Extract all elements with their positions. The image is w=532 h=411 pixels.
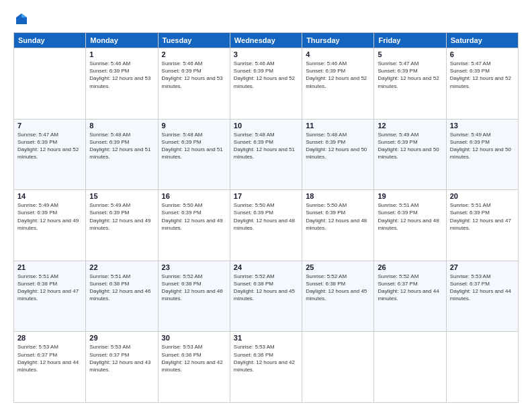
day-number: 10 <box>234 122 298 130</box>
day-info: Sunrise: 5:49 AM Sunset: 6:39 PM Dayligh… <box>89 201 154 232</box>
day-number: 3 <box>234 50 298 58</box>
day-info: Sunrise: 5:51 AM Sunset: 6:38 PM Dayligh… <box>89 273 154 303</box>
day-number: 1 <box>89 50 154 58</box>
day-info: Sunrise: 5:47 AM Sunset: 6:39 PM Dayligh… <box>17 131 82 161</box>
day-info: Sunrise: 5:47 AM Sunset: 6:39 PM Dayligh… <box>378 60 442 90</box>
day-info: Sunrise: 5:46 AM Sunset: 6:39 PM Dayligh… <box>89 60 154 90</box>
calendar-cell <box>374 332 446 403</box>
calendar-cell <box>14 48 86 120</box>
day-number: 21 <box>17 263 82 271</box>
weekday-header-monday: Monday <box>86 33 158 48</box>
day-number: 2 <box>162 50 226 58</box>
day-number: 15 <box>89 192 154 200</box>
week-row-2: 7Sunrise: 5:47 AM Sunset: 6:39 PM Daylig… <box>14 119 519 190</box>
day-info: Sunrise: 5:51 AM Sunset: 6:39 PM Dayligh… <box>378 201 442 232</box>
calendar-cell: 23Sunrise: 5:52 AM Sunset: 6:38 PM Dayli… <box>158 261 230 332</box>
day-info: Sunrise: 5:50 AM Sunset: 6:39 PM Dayligh… <box>162 201 226 232</box>
day-number: 6 <box>450 50 515 58</box>
day-number: 11 <box>306 122 370 130</box>
day-number: 14 <box>17 192 82 200</box>
day-number: 24 <box>234 263 298 271</box>
calendar-cell: 12Sunrise: 5:49 AM Sunset: 6:39 PM Dayli… <box>374 119 446 190</box>
calendar-cell: 30Sunrise: 5:53 AM Sunset: 6:36 PM Dayli… <box>158 332 230 403</box>
weekday-header-thursday: Thursday <box>302 33 374 48</box>
day-number: 29 <box>89 334 154 342</box>
calendar-cell: 16Sunrise: 5:50 AM Sunset: 6:39 PM Dayli… <box>158 190 230 261</box>
day-number: 17 <box>234 192 298 200</box>
day-info: Sunrise: 5:52 AM Sunset: 6:38 PM Dayligh… <box>306 273 370 303</box>
day-number: 25 <box>306 263 370 271</box>
week-row-3: 14Sunrise: 5:49 AM Sunset: 6:39 PM Dayli… <box>14 190 519 261</box>
weekday-header-sunday: Sunday <box>14 33 86 48</box>
day-number: 22 <box>89 263 154 271</box>
calendar-cell: 18Sunrise: 5:50 AM Sunset: 6:39 PM Dayli… <box>302 190 374 261</box>
calendar-table: SundayMondayTuesdayWednesdayThursdayFrid… <box>13 32 519 403</box>
calendar-cell: 1Sunrise: 5:46 AM Sunset: 6:39 PM Daylig… <box>86 48 158 120</box>
calendar-cell: 10Sunrise: 5:48 AM Sunset: 6:39 PM Dayli… <box>230 119 302 190</box>
day-number: 18 <box>306 192 370 200</box>
day-info: Sunrise: 5:53 AM Sunset: 6:37 PM Dayligh… <box>89 343 154 373</box>
calendar-cell: 20Sunrise: 5:51 AM Sunset: 6:39 PM Dayli… <box>446 190 518 261</box>
day-info: Sunrise: 5:47 AM Sunset: 6:39 PM Dayligh… <box>450 60 515 90</box>
logo <box>13 12 28 26</box>
calendar-cell: 11Sunrise: 5:48 AM Sunset: 6:39 PM Dayli… <box>302 119 374 190</box>
calendar-cell: 25Sunrise: 5:52 AM Sunset: 6:38 PM Dayli… <box>302 261 374 332</box>
calendar-cell: 22Sunrise: 5:51 AM Sunset: 6:38 PM Dayli… <box>86 261 158 332</box>
day-info: Sunrise: 5:53 AM Sunset: 6:37 PM Dayligh… <box>450 273 515 303</box>
day-number: 31 <box>234 334 298 342</box>
day-info: Sunrise: 5:52 AM Sunset: 6:38 PM Dayligh… <box>162 273 226 303</box>
day-info: Sunrise: 5:48 AM Sunset: 6:39 PM Dayligh… <box>306 131 370 161</box>
day-info: Sunrise: 5:50 AM Sunset: 6:39 PM Dayligh… <box>234 201 298 232</box>
day-number: 19 <box>378 192 442 200</box>
day-info: Sunrise: 5:48 AM Sunset: 6:39 PM Dayligh… <box>234 131 298 161</box>
day-info: Sunrise: 5:49 AM Sunset: 6:39 PM Dayligh… <box>450 131 515 161</box>
weekday-header-row: SundayMondayTuesdayWednesdayThursdayFrid… <box>14 33 519 48</box>
weekday-header-tuesday: Tuesday <box>158 33 230 48</box>
week-row-4: 21Sunrise: 5:51 AM Sunset: 6:38 PM Dayli… <box>14 261 519 332</box>
day-info: Sunrise: 5:48 AM Sunset: 6:39 PM Dayligh… <box>162 131 226 161</box>
day-info: Sunrise: 5:46 AM Sunset: 6:39 PM Dayligh… <box>234 60 298 90</box>
day-number: 30 <box>162 334 226 342</box>
calendar-cell: 31Sunrise: 5:53 AM Sunset: 6:36 PM Dayli… <box>230 332 302 403</box>
day-number: 7 <box>17 122 82 130</box>
day-info: Sunrise: 5:51 AM Sunset: 6:38 PM Dayligh… <box>17 273 82 303</box>
day-info: Sunrise: 5:48 AM Sunset: 6:39 PM Dayligh… <box>89 131 154 161</box>
calendar-cell: 29Sunrise: 5:53 AM Sunset: 6:37 PM Dayli… <box>86 332 158 403</box>
calendar-cell: 28Sunrise: 5:53 AM Sunset: 6:37 PM Dayli… <box>14 332 86 403</box>
day-number: 28 <box>17 334 82 342</box>
calendar-cell: 14Sunrise: 5:49 AM Sunset: 6:39 PM Dayli… <box>14 190 86 261</box>
day-info: Sunrise: 5:46 AM Sunset: 6:39 PM Dayligh… <box>306 60 370 90</box>
day-info: Sunrise: 5:51 AM Sunset: 6:39 PM Dayligh… <box>450 201 515 232</box>
week-row-5: 28Sunrise: 5:53 AM Sunset: 6:37 PM Dayli… <box>14 332 519 403</box>
day-number: 9 <box>162 122 226 130</box>
day-number: 27 <box>450 263 515 271</box>
calendar-cell <box>446 332 518 403</box>
day-info: Sunrise: 5:52 AM Sunset: 6:38 PM Dayligh… <box>234 273 298 303</box>
calendar-cell: 6Sunrise: 5:47 AM Sunset: 6:39 PM Daylig… <box>446 48 518 120</box>
calendar-cell: 19Sunrise: 5:51 AM Sunset: 6:39 PM Dayli… <box>374 190 446 261</box>
day-number: 13 <box>450 122 515 130</box>
day-info: Sunrise: 5:49 AM Sunset: 6:39 PM Dayligh… <box>378 131 442 161</box>
calendar-cell: 8Sunrise: 5:48 AM Sunset: 6:39 PM Daylig… <box>86 119 158 190</box>
calendar-cell: 7Sunrise: 5:47 AM Sunset: 6:39 PM Daylig… <box>14 119 86 190</box>
day-number: 8 <box>89 122 154 130</box>
calendar-cell: 21Sunrise: 5:51 AM Sunset: 6:38 PM Dayli… <box>14 261 86 332</box>
calendar-page: SundayMondayTuesdayWednesdayThursdayFrid… <box>0 0 532 411</box>
week-row-1: 1Sunrise: 5:46 AM Sunset: 6:39 PM Daylig… <box>14 48 519 120</box>
day-number: 16 <box>162 192 226 200</box>
day-info: Sunrise: 5:52 AM Sunset: 6:37 PM Dayligh… <box>378 273 442 303</box>
day-info: Sunrise: 5:50 AM Sunset: 6:39 PM Dayligh… <box>306 201 370 232</box>
day-number: 23 <box>162 263 226 271</box>
day-number: 26 <box>378 263 442 271</box>
calendar-cell: 13Sunrise: 5:49 AM Sunset: 6:39 PM Dayli… <box>446 119 518 190</box>
day-info: Sunrise: 5:46 AM Sunset: 6:39 PM Dayligh… <box>162 60 226 90</box>
day-number: 20 <box>450 192 515 200</box>
svg-marker-1 <box>21 13 27 17</box>
day-info: Sunrise: 5:53 AM Sunset: 6:37 PM Dayligh… <box>17 343 82 373</box>
calendar-cell: 17Sunrise: 5:50 AM Sunset: 6:39 PM Dayli… <box>230 190 302 261</box>
calendar-cell: 26Sunrise: 5:52 AM Sunset: 6:37 PM Dayli… <box>374 261 446 332</box>
day-info: Sunrise: 5:53 AM Sunset: 6:36 PM Dayligh… <box>162 343 226 373</box>
header <box>13 12 519 26</box>
day-number: 4 <box>306 50 370 58</box>
calendar-cell: 2Sunrise: 5:46 AM Sunset: 6:39 PM Daylig… <box>158 48 230 120</box>
